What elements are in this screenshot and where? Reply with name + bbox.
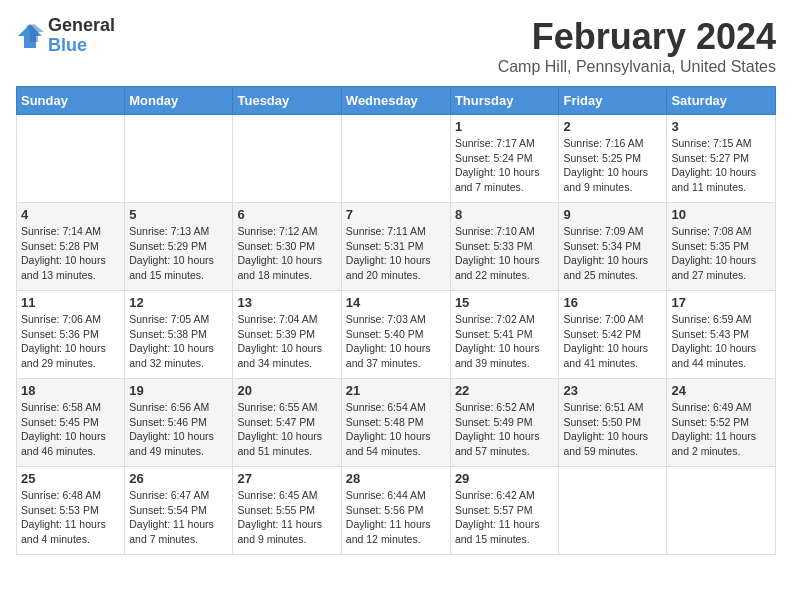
- day-info: Sunrise: 6:58 AM Sunset: 5:45 PM Dayligh…: [21, 400, 120, 459]
- day-number: 4: [21, 207, 120, 222]
- calendar-cell: [125, 115, 233, 203]
- calendar-cell: 9Sunrise: 7:09 AM Sunset: 5:34 PM Daylig…: [559, 203, 667, 291]
- day-info: Sunrise: 7:13 AM Sunset: 5:29 PM Dayligh…: [129, 224, 228, 283]
- logo-icon: [16, 22, 44, 50]
- day-info: Sunrise: 7:08 AM Sunset: 5:35 PM Dayligh…: [671, 224, 771, 283]
- day-info: Sunrise: 6:55 AM Sunset: 5:47 PM Dayligh…: [237, 400, 336, 459]
- weekday-header-saturday: Saturday: [667, 87, 776, 115]
- calendar-cell: 26Sunrise: 6:47 AM Sunset: 5:54 PM Dayli…: [125, 467, 233, 555]
- day-number: 5: [129, 207, 228, 222]
- calendar-cell: 21Sunrise: 6:54 AM Sunset: 5:48 PM Dayli…: [341, 379, 450, 467]
- calendar-cell: 25Sunrise: 6:48 AM Sunset: 5:53 PM Dayli…: [17, 467, 125, 555]
- day-number: 23: [563, 383, 662, 398]
- calendar-cell: [233, 115, 341, 203]
- day-info: Sunrise: 7:14 AM Sunset: 5:28 PM Dayligh…: [21, 224, 120, 283]
- calendar-cell: [17, 115, 125, 203]
- day-number: 22: [455, 383, 555, 398]
- calendar-cell: 20Sunrise: 6:55 AM Sunset: 5:47 PM Dayli…: [233, 379, 341, 467]
- day-info: Sunrise: 7:05 AM Sunset: 5:38 PM Dayligh…: [129, 312, 228, 371]
- calendar-cell: 6Sunrise: 7:12 AM Sunset: 5:30 PM Daylig…: [233, 203, 341, 291]
- day-number: 28: [346, 471, 446, 486]
- day-info: Sunrise: 6:49 AM Sunset: 5:52 PM Dayligh…: [671, 400, 771, 459]
- calendar-cell: 3Sunrise: 7:15 AM Sunset: 5:27 PM Daylig…: [667, 115, 776, 203]
- day-number: 25: [21, 471, 120, 486]
- day-info: Sunrise: 6:44 AM Sunset: 5:56 PM Dayligh…: [346, 488, 446, 547]
- day-info: Sunrise: 6:47 AM Sunset: 5:54 PM Dayligh…: [129, 488, 228, 547]
- day-info: Sunrise: 7:10 AM Sunset: 5:33 PM Dayligh…: [455, 224, 555, 283]
- day-info: Sunrise: 7:04 AM Sunset: 5:39 PM Dayligh…: [237, 312, 336, 371]
- calendar-cell: 18Sunrise: 6:58 AM Sunset: 5:45 PM Dayli…: [17, 379, 125, 467]
- calendar-week-4: 18Sunrise: 6:58 AM Sunset: 5:45 PM Dayli…: [17, 379, 776, 467]
- day-number: 15: [455, 295, 555, 310]
- calendar-cell: 19Sunrise: 6:56 AM Sunset: 5:46 PM Dayli…: [125, 379, 233, 467]
- day-info: Sunrise: 7:06 AM Sunset: 5:36 PM Dayligh…: [21, 312, 120, 371]
- calendar-cell: 28Sunrise: 6:44 AM Sunset: 5:56 PM Dayli…: [341, 467, 450, 555]
- calendar-cell: 15Sunrise: 7:02 AM Sunset: 5:41 PM Dayli…: [450, 291, 559, 379]
- calendar-cell: 8Sunrise: 7:10 AM Sunset: 5:33 PM Daylig…: [450, 203, 559, 291]
- day-number: 14: [346, 295, 446, 310]
- day-number: 8: [455, 207, 555, 222]
- weekday-header-wednesday: Wednesday: [341, 87, 450, 115]
- day-number: 19: [129, 383, 228, 398]
- day-info: Sunrise: 7:12 AM Sunset: 5:30 PM Dayligh…: [237, 224, 336, 283]
- day-number: 26: [129, 471, 228, 486]
- day-number: 10: [671, 207, 771, 222]
- calendar-cell: 14Sunrise: 7:03 AM Sunset: 5:40 PM Dayli…: [341, 291, 450, 379]
- calendar-cell: 29Sunrise: 6:42 AM Sunset: 5:57 PM Dayli…: [450, 467, 559, 555]
- page-header: General Blue February 2024 Camp Hill, Pe…: [16, 16, 776, 76]
- day-info: Sunrise: 6:45 AM Sunset: 5:55 PM Dayligh…: [237, 488, 336, 547]
- day-number: 13: [237, 295, 336, 310]
- day-info: Sunrise: 6:51 AM Sunset: 5:50 PM Dayligh…: [563, 400, 662, 459]
- day-number: 16: [563, 295, 662, 310]
- weekday-header-sunday: Sunday: [17, 87, 125, 115]
- day-number: 17: [671, 295, 771, 310]
- calendar-cell: 4Sunrise: 7:14 AM Sunset: 5:28 PM Daylig…: [17, 203, 125, 291]
- day-info: Sunrise: 7:00 AM Sunset: 5:42 PM Dayligh…: [563, 312, 662, 371]
- calendar-cell: 22Sunrise: 6:52 AM Sunset: 5:49 PM Dayli…: [450, 379, 559, 467]
- calendar-week-5: 25Sunrise: 6:48 AM Sunset: 5:53 PM Dayli…: [17, 467, 776, 555]
- calendar-cell: [341, 115, 450, 203]
- calendar-week-1: 1Sunrise: 7:17 AM Sunset: 5:24 PM Daylig…: [17, 115, 776, 203]
- day-number: 1: [455, 119, 555, 134]
- day-info: Sunrise: 7:02 AM Sunset: 5:41 PM Dayligh…: [455, 312, 555, 371]
- calendar: SundayMondayTuesdayWednesdayThursdayFrid…: [16, 86, 776, 555]
- calendar-cell: 11Sunrise: 7:06 AM Sunset: 5:36 PM Dayli…: [17, 291, 125, 379]
- calendar-cell: 1Sunrise: 7:17 AM Sunset: 5:24 PM Daylig…: [450, 115, 559, 203]
- day-info: Sunrise: 7:09 AM Sunset: 5:34 PM Dayligh…: [563, 224, 662, 283]
- day-info: Sunrise: 6:54 AM Sunset: 5:48 PM Dayligh…: [346, 400, 446, 459]
- day-number: 2: [563, 119, 662, 134]
- calendar-cell: 27Sunrise: 6:45 AM Sunset: 5:55 PM Dayli…: [233, 467, 341, 555]
- day-info: Sunrise: 6:52 AM Sunset: 5:49 PM Dayligh…: [455, 400, 555, 459]
- day-info: Sunrise: 7:17 AM Sunset: 5:24 PM Dayligh…: [455, 136, 555, 195]
- calendar-cell: 10Sunrise: 7:08 AM Sunset: 5:35 PM Dayli…: [667, 203, 776, 291]
- day-number: 18: [21, 383, 120, 398]
- day-number: 29: [455, 471, 555, 486]
- weekday-header-friday: Friday: [559, 87, 667, 115]
- calendar-week-3: 11Sunrise: 7:06 AM Sunset: 5:36 PM Dayli…: [17, 291, 776, 379]
- calendar-cell: 16Sunrise: 7:00 AM Sunset: 5:42 PM Dayli…: [559, 291, 667, 379]
- calendar-cell: 24Sunrise: 6:49 AM Sunset: 5:52 PM Dayli…: [667, 379, 776, 467]
- calendar-cell: 5Sunrise: 7:13 AM Sunset: 5:29 PM Daylig…: [125, 203, 233, 291]
- day-number: 21: [346, 383, 446, 398]
- weekday-header-monday: Monday: [125, 87, 233, 115]
- calendar-cell: 12Sunrise: 7:05 AM Sunset: 5:38 PM Dayli…: [125, 291, 233, 379]
- calendar-cell: [559, 467, 667, 555]
- calendar-cell: 7Sunrise: 7:11 AM Sunset: 5:31 PM Daylig…: [341, 203, 450, 291]
- calendar-cell: 23Sunrise: 6:51 AM Sunset: 5:50 PM Dayli…: [559, 379, 667, 467]
- calendar-body: 1Sunrise: 7:17 AM Sunset: 5:24 PM Daylig…: [17, 115, 776, 555]
- calendar-cell: [667, 467, 776, 555]
- title-section: February 2024 Camp Hill, Pennsylvania, U…: [498, 16, 776, 76]
- calendar-header: SundayMondayTuesdayWednesdayThursdayFrid…: [17, 87, 776, 115]
- main-title: February 2024: [498, 16, 776, 58]
- day-number: 24: [671, 383, 771, 398]
- day-number: 9: [563, 207, 662, 222]
- calendar-cell: 17Sunrise: 6:59 AM Sunset: 5:43 PM Dayli…: [667, 291, 776, 379]
- day-number: 20: [237, 383, 336, 398]
- logo-text: General Blue: [48, 16, 115, 56]
- day-info: Sunrise: 6:56 AM Sunset: 5:46 PM Dayligh…: [129, 400, 228, 459]
- day-info: Sunrise: 6:42 AM Sunset: 5:57 PM Dayligh…: [455, 488, 555, 547]
- logo-blue: Blue: [48, 36, 115, 56]
- day-info: Sunrise: 7:16 AM Sunset: 5:25 PM Dayligh…: [563, 136, 662, 195]
- weekday-header-tuesday: Tuesday: [233, 87, 341, 115]
- day-info: Sunrise: 7:11 AM Sunset: 5:31 PM Dayligh…: [346, 224, 446, 283]
